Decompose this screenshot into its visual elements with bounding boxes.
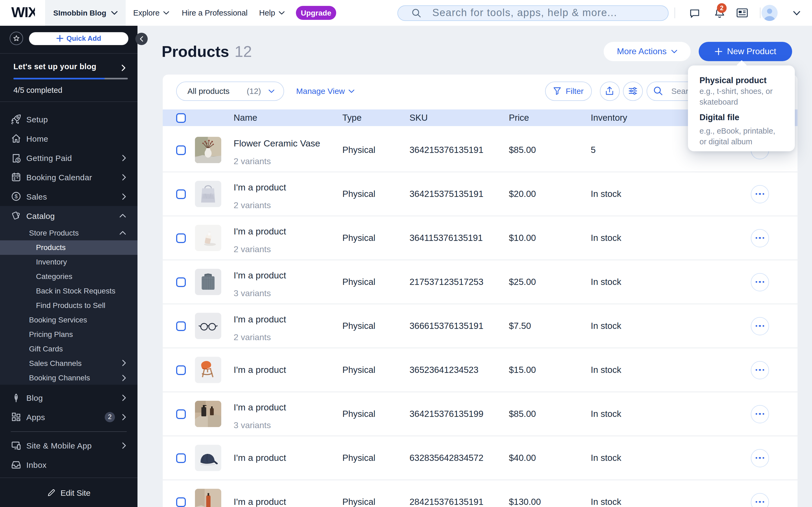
svg-text:$: $ (14, 193, 18, 199)
svg-text:WIX: WIX (11, 5, 35, 20)
svg-text:$: $ (17, 158, 19, 162)
